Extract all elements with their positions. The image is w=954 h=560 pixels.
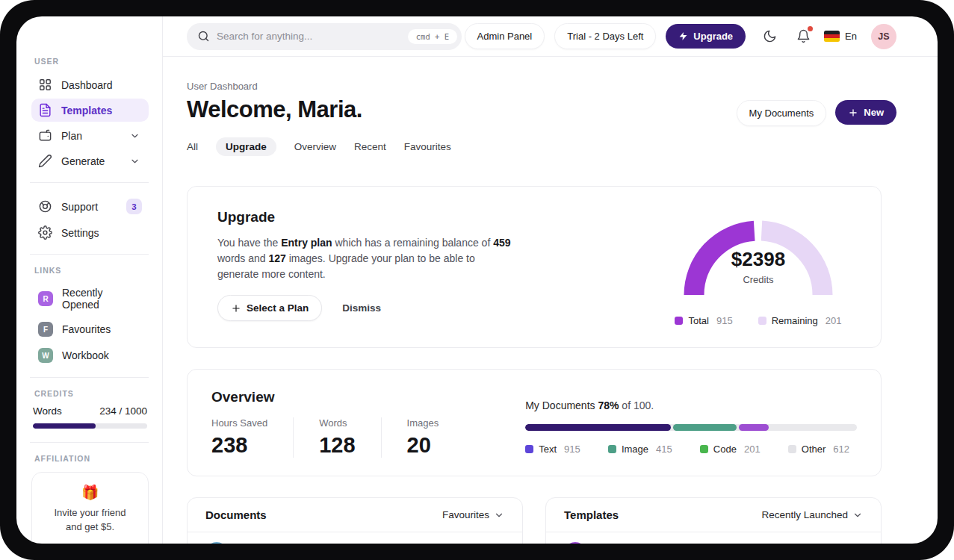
search-icon [197,30,210,43]
documents-filter-dropdown[interactable]: Favourites [442,509,504,520]
wallet-icon [38,128,52,143]
documents-usage-caption: My Documents 78% of 100. [525,399,857,411]
sidebar-item-label: Templates [61,105,112,116]
sidebar-item-label: Dashboard [61,79,113,91]
document-list-item[interactable]: Untitled Document in Workbook [188,532,522,544]
sidebar-item-label: Favourites [62,323,111,335]
notifications-button[interactable] [795,28,811,45]
dismiss-button[interactable]: Dismiss [342,302,381,314]
trial-days-left-button[interactable]: Trial - 2 Days Left [554,23,656,49]
tab-recent[interactable]: Recent [354,137,386,156]
chevron-down-icon [128,131,142,141]
sidebar-item-plan[interactable]: Plan [31,124,149,147]
german-flag-icon [824,31,840,42]
user-avatar[interactable]: JS [871,24,896,49]
sidebar-item-label: Recently Opened [62,287,142,311]
sidebar-item-settings[interactable]: Settings [31,221,149,244]
app-window: USER Dashboard Templates Plan Generate S… [16,16,938,544]
sidebar-item-templates[interactable]: Templates [31,99,149,122]
gear-icon [38,225,52,240]
link-initial-badge: R [38,291,53,306]
upgrade-button[interactable]: Upgrade [666,24,746,49]
content-area: User Dashboard Welcome, Maria. My Docume… [163,57,938,544]
link-initial-badge: F [38,322,53,337]
affiliation-text: Invite your friend and get $5. [40,506,140,535]
lightning-bolt-icon [678,31,688,41]
sidebar-item-support[interactable]: Support 3 [31,194,149,219]
tab-all[interactable]: All [187,137,198,156]
divider [30,254,149,255]
documents-card: Documents Favourites Untitled Document i… [187,497,523,544]
upgrade-button-label: Upgrade [693,31,733,42]
credits-gauge-chart: $2398 Credits Total 915 Remaining [670,209,851,326]
plus-icon [848,108,858,118]
legend-item-other: Other 612 [788,444,849,455]
sidebar-item-label: Workbook [62,349,109,361]
stat-images: Images 20 [407,417,465,458]
template-avatar [564,542,586,544]
legend-swatch [525,445,533,453]
upgrade-card: Upgrade You have the Entry plan which ha… [187,186,882,348]
legend-swatch [608,445,616,453]
document-avatar [205,542,228,544]
overview-stats: Hours Saved 238 Words 128 Images 20 [211,417,489,458]
legend-swatch [700,445,708,453]
affiliation-line2: and get $5. [66,521,114,532]
tab-upgrade[interactable]: Upgrade [216,137,276,156]
legend-swatch [675,317,683,325]
my-documents-button[interactable]: My Documents [737,100,827,126]
plus-icon [231,303,241,314]
documents-filter-label: Favourites [442,509,489,520]
sidebar-link-workbook[interactable]: W Workbook [31,343,149,367]
chevron-down-icon [494,510,504,520]
overview-card: Overview Hours Saved 238 Words 128 Image… [187,369,882,476]
filter-tabs: All Upgrade Overview Recent Favourites [187,137,882,156]
link-initial-badge: W [38,348,53,363]
sidebar-link-recently-opened[interactable]: R Recently Opened [31,282,149,315]
new-button[interactable]: New [835,100,896,125]
dark-mode-toggle[interactable] [761,28,778,45]
search-bar[interactable]: cmd + E [187,23,462,50]
bar-segment-text [525,424,671,431]
sidebar-section-affiliation: AFFILIATION [34,454,149,463]
grid-icon [38,78,52,92]
admin-panel-button[interactable]: Admin Panel [465,23,545,49]
documents-card-title: Documents [205,508,267,521]
legend-swatch [758,317,766,325]
sidebar-link-favourites[interactable]: F Favourites [31,317,149,341]
gift-icon: 🎁 [40,484,140,501]
sidebar-item-generate[interactable]: Generate [31,149,149,172]
sidebar-section-user: USER [34,57,149,66]
document-icon [38,103,52,117]
templates-card: Templates Recently Launched Blog Post Ti… [545,497,882,544]
select-plan-button[interactable]: Select a Plan [217,295,322,321]
page-title: Welcome, Maria. [187,96,362,123]
legend-swatch [788,445,796,453]
upgrade-card-body: You have the Entry plan which has a rema… [217,235,516,282]
gauge-center-value: $2398 [672,248,844,271]
tab-overview[interactable]: Overview [294,137,336,156]
stat-words: Words 128 [319,417,381,458]
templates-filter-dropdown[interactable]: Recently Launched [761,509,863,520]
sidebar-item-label: Generate [61,155,105,167]
chevron-down-icon [852,510,863,520]
legend-item-code: Code 201 [700,444,761,455]
main-area: cmd + E Admin Panel Trial - 2 Days Left … [163,16,938,544]
tab-favourites[interactable]: Favourites [404,137,451,156]
legend-item-image: Image 415 [608,444,672,455]
sidebar-item-dashboard[interactable]: Dashboard [31,73,149,96]
sidebar-section-links: LINKS [34,266,149,275]
topbar: cmd + E Admin Panel Trial - 2 Days Left … [163,16,938,57]
bar-segment-image [673,424,736,431]
documents-usage-chart: My Documents 78% of 100. Text 915 [525,399,857,458]
templates-card-title: Templates [564,508,619,521]
select-plan-label: Select a Plan [247,302,309,314]
affiliation-card: 🎁 Invite your friend and get $5. Invite [31,472,149,544]
sidebar: USER Dashboard Templates Plan Generate S… [16,16,163,544]
language-selector[interactable]: En [824,31,857,42]
gauge-center-label: Credits [672,274,844,285]
template-list-item[interactable]: Blog Post Title in Workbook [546,532,881,544]
credits-progress-fill [33,423,96,429]
search-input[interactable] [217,31,408,42]
sidebar-item-label: Plan [61,130,82,142]
